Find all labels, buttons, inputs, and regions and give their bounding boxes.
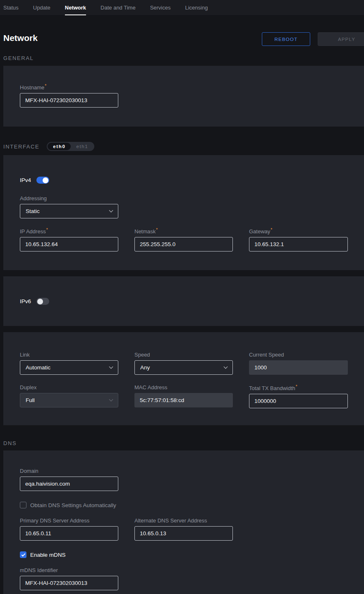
enable-mdns-row: Enable mDNS [20, 551, 347, 558]
tab-date-and-time[interactable]: Date and Time [101, 0, 136, 15]
link-settings-panel: Link Automatic Speed Any Current Speed 1… [3, 332, 364, 425]
required-asterisk: * [271, 228, 272, 232]
apply-button[interactable]: APPLY [318, 32, 364, 46]
duplex-select: Full [20, 393, 118, 407]
current-speed-label: Current Speed [249, 352, 348, 358]
enable-mdns-checkbox[interactable] [20, 551, 26, 558]
mac-address-label: MAC Address [134, 384, 233, 390]
tab-services[interactable]: Services [150, 0, 171, 15]
total-tx-bandwidth-label: Total TX Bandwidth* [249, 384, 348, 391]
check-icon [21, 552, 25, 556]
hostname-label: Hostname* [20, 84, 347, 91]
obtain-dns-auto-checkbox[interactable] [20, 502, 26, 508]
ipv6-label: IPv6 [20, 298, 31, 304]
eth0-option[interactable]: eth0 [48, 143, 71, 150]
required-asterisk: * [45, 84, 46, 88]
mac-address-value: 5c:77:57:01:58:cd [134, 393, 233, 407]
interface-section-header: INTERFACE eth0 eth1 [3, 142, 364, 151]
obtain-dns-auto-row: Obtain DNS Settings Automatically [20, 502, 347, 508]
link-label: Link [20, 352, 118, 358]
general-panel: Hostname* [3, 66, 364, 127]
network-settings-page: Status Update Network Date and Time Serv… [0, 0, 364, 594]
gateway-input[interactable] [249, 237, 348, 251]
gateway-label: Gateway* [249, 228, 348, 235]
netmask-input[interactable] [134, 237, 233, 251]
chevron-down-icon [109, 365, 113, 369]
ipv6-panel: IPv6 [3, 276, 364, 326]
link-select[interactable]: Automatic [20, 360, 118, 375]
toggle-knob [37, 299, 43, 304]
ipv6-toggle[interactable] [36, 298, 49, 305]
top-nav: Status Update Network Date and Time Serv… [0, 0, 364, 16]
speed-label: Speed [134, 352, 233, 358]
tab-licensing[interactable]: Licensing [185, 0, 208, 15]
required-asterisk: * [296, 384, 297, 389]
link-select-value: Automatic [26, 364, 50, 371]
general-section-label: GENERAL [3, 55, 364, 61]
ipv4-toggle-row: IPv4 [20, 177, 347, 184]
ipv4-toggle[interactable] [36, 177, 49, 184]
ip-address-label: IP Address* [20, 228, 118, 235]
current-speed-value: 1000 [249, 360, 348, 375]
primary-dns-input[interactable] [20, 526, 118, 541]
ip-address-input[interactable] [20, 237, 118, 251]
alternate-dns-label: Alternate DNS Server Address [134, 517, 233, 524]
total-tx-bandwidth-input[interactable] [249, 394, 348, 408]
required-asterisk: * [46, 228, 48, 232]
primary-dns-label: Primary DNS Server Address [20, 517, 118, 524]
reboot-button[interactable]: REBOOT [262, 32, 310, 46]
hostname-input[interactable] [20, 93, 118, 108]
ipv4-panel: IPv4 Addressing Static IP Address* Netma… [3, 155, 364, 270]
chevron-down-icon [109, 398, 113, 402]
enable-mdns-label: Enable mDNS [30, 552, 66, 558]
ipv4-label: IPv4 [20, 177, 31, 183]
dns-section-label: DNS [3, 440, 364, 446]
mdns-identifier-input[interactable] [20, 576, 118, 590]
eth-interface-switch: eth0 eth1 [47, 142, 94, 151]
addressing-select-value: Static [26, 208, 40, 214]
duplex-label: Duplex [20, 384, 118, 390]
speed-select[interactable]: Any [134, 360, 233, 375]
page-header: Network REBOOT APPLY [0, 16, 364, 55]
addressing-label: Addressing [20, 195, 347, 201]
eth1-option[interactable]: eth1 [71, 143, 93, 150]
duplex-select-value: Full [26, 397, 35, 403]
tab-status[interactable]: Status [3, 0, 19, 15]
addressing-select[interactable]: Static [20, 204, 118, 218]
obtain-dns-auto-label: Obtain DNS Settings Automatically [30, 502, 116, 508]
netmask-label: Netmask* [134, 228, 233, 235]
chevron-down-icon [109, 208, 113, 213]
chevron-down-icon [224, 365, 228, 369]
page-title: Network [3, 33, 38, 43]
tab-network[interactable]: Network [65, 0, 86, 15]
ipv6-toggle-row: IPv6 [20, 298, 347, 305]
speed-select-value: Any [140, 364, 150, 371]
tab-update[interactable]: Update [33, 0, 50, 15]
dns-panel: Domain Obtain DNS Settings Automatically… [3, 450, 364, 594]
mdns-identifier-label: mDNS Identifier [20, 567, 347, 573]
domain-input[interactable] [20, 477, 118, 491]
domain-label: Domain [20, 468, 347, 474]
alternate-dns-input[interactable] [134, 526, 233, 541]
interface-section-label: INTERFACE [3, 144, 39, 150]
toggle-knob [43, 177, 48, 183]
required-asterisk: * [156, 228, 158, 232]
